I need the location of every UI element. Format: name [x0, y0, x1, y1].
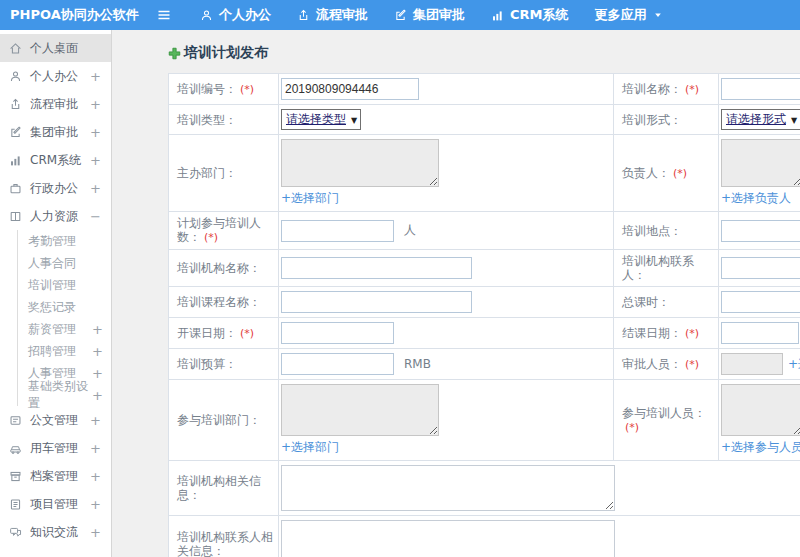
org-name-label: 培训机构名称：	[177, 261, 261, 275]
expand-plus-icon[interactable]: +	[90, 469, 101, 484]
topnav-more-apps[interactable]: 更多应用	[595, 6, 663, 24]
course-name-input[interactable]	[281, 291, 472, 313]
training-no-required-mark: (*)	[240, 83, 254, 96]
sidebar-item-knowledge-exchange[interactable]: 知识交流+	[0, 518, 111, 546]
training-form-select-value: 请选择形式	[726, 112, 786, 126]
budget-input[interactable]	[281, 353, 394, 375]
org-info-label-cell: 培训机构相关信息：	[169, 461, 279, 516]
host-department-textarea[interactable]	[281, 139, 439, 187]
main-content: 培训计划发布 培训编号：(*)培训名称：(*)培训类型：请选择类型▼培训形式：请…	[112, 30, 800, 557]
training-type-label: 培训类型：	[177, 113, 237, 127]
sidebar-item-group-approval[interactable]: 集团审批+	[0, 118, 111, 146]
participants-textarea[interactable]	[721, 384, 800, 436]
sidebar-item-training-mgmt-label: 培训管理	[28, 277, 76, 294]
participants-field-cell: +选择参与人员	[719, 380, 800, 461]
sidebar-item-personnel-contract[interactable]: 人事合同	[18, 252, 111, 274]
sidebar-item-vehicle-mgmt-label: 用车管理	[30, 440, 78, 457]
sidebar-item-project-mgmt[interactable]: 项目管理+	[0, 490, 111, 518]
host-department-picker-link[interactable]: +选择部门	[281, 190, 339, 207]
sidebar-item-archive-mgmt[interactable]: 档案管理+	[0, 462, 111, 490]
sidebar-item-personal-office[interactable]: 个人办公+	[0, 62, 111, 90]
sidebar-item-workflow-approval[interactable]: 流程审批+	[0, 90, 111, 118]
topnav-crm-system[interactable]: CRM系统	[491, 6, 569, 24]
form-row: 开课日期：(*)结课日期：(*)	[169, 318, 800, 349]
org-name-input[interactable]	[281, 257, 472, 279]
end-date-input[interactable]	[721, 322, 799, 344]
expand-plus-icon[interactable]: +	[90, 181, 101, 196]
start-date-input[interactable]	[281, 322, 394, 344]
topnav-personal-office[interactable]: 个人办公	[200, 6, 271, 24]
total-hours-input[interactable]	[721, 291, 800, 313]
expand-plus-icon[interactable]: +	[90, 97, 101, 112]
planned-participants-required-mark: (*)	[204, 231, 218, 244]
org-contact-label: 培训机构联系人：	[622, 254, 694, 282]
sidebar-item-personal-desktop[interactable]: 个人桌面	[0, 34, 111, 62]
approver-label-cell: 审批人员：(*)	[614, 349, 719, 380]
chart-icon	[491, 9, 504, 22]
collapse-minus-icon[interactable]: −	[90, 209, 101, 224]
expand-plus-icon[interactable]: +	[90, 441, 101, 456]
leader-picker-link[interactable]: +选择负责人	[721, 190, 791, 207]
training-name-input[interactable]	[721, 78, 800, 100]
training-location-input[interactable]	[721, 220, 800, 242]
org-info-textarea[interactable]	[281, 465, 615, 511]
host-department-label-cell: 主办部门：	[169, 135, 279, 212]
planned-participants-field: 人	[281, 220, 609, 242]
expand-plus-icon[interactable]: +	[92, 366, 103, 381]
approver-required-mark: (*)	[685, 358, 699, 371]
flow-icon	[297, 9, 310, 22]
caret-icon	[653, 10, 663, 20]
project-icon	[9, 497, 24, 511]
approver-input[interactable]	[721, 353, 783, 375]
expand-plus-icon[interactable]: +	[90, 413, 101, 428]
expand-plus-icon[interactable]: +	[90, 525, 101, 540]
sidebar-item-attendance-mgmt[interactable]: 考勤管理	[18, 230, 111, 252]
sidebar-item-admin-office[interactable]: 行政办公+	[0, 174, 111, 202]
sidebar-item-recruit-mgmt[interactable]: 招聘管理+	[18, 340, 111, 362]
org-name-field	[281, 257, 609, 279]
training-type-label-cell: 培训类型：	[169, 105, 279, 135]
sidebar-item-vehicle-mgmt[interactable]: 用车管理+	[0, 434, 111, 462]
participating-departments-field-cell: +选择部门	[279, 380, 614, 461]
hamburger-menu-icon[interactable]	[156, 7, 174, 23]
leader-required-mark: (*)	[673, 167, 687, 180]
sidebar-item-salary-mgmt[interactable]: 薪资管理+	[18, 318, 111, 340]
expand-plus-icon[interactable]: +	[92, 388, 103, 403]
leader-textarea[interactable]	[721, 139, 800, 187]
participating-departments-textarea[interactable]	[281, 384, 439, 436]
participants-field: +选择参与人员	[721, 384, 800, 456]
course-name-field	[281, 291, 609, 313]
expand-plus-icon[interactable]: +	[90, 497, 101, 512]
topnav-crm-system-label: CRM系统	[510, 6, 569, 24]
topnav-workflow-approval[interactable]: 流程审批	[297, 6, 368, 24]
org-contact-info-textarea[interactable]	[281, 520, 615, 557]
participating-departments-picker-link[interactable]: +选择部门	[281, 439, 339, 456]
expand-plus-icon[interactable]: +	[90, 125, 101, 140]
sidebar-item-training-mgmt[interactable]: 培训管理	[18, 274, 111, 296]
home-icon	[9, 41, 24, 55]
approver-picker-link[interactable]: +选择审批人员	[788, 357, 800, 371]
expand-plus-icon[interactable]: +	[92, 322, 103, 337]
sidebar-item-reward-punishment[interactable]: 奖惩记录	[18, 296, 111, 318]
org-contact-input[interactable]	[721, 257, 800, 279]
participants-picker-link[interactable]: +选择参与人员	[721, 439, 800, 456]
total-hours-label-cell: 总课时：	[614, 287, 719, 318]
planned-participants-input[interactable]	[281, 220, 394, 242]
sidebar-item-human-resources[interactable]: 人力资源−	[0, 202, 111, 230]
expand-plus-icon[interactable]: +	[90, 153, 101, 168]
training-type-select[interactable]: 请选择类型▼	[281, 109, 361, 130]
budget-unit-label: RMB	[404, 357, 431, 371]
training-form-select[interactable]: 请选择形式▼	[721, 109, 800, 130]
end-date-label: 结课日期：	[622, 326, 682, 340]
expand-plus-icon[interactable]: +	[90, 69, 101, 84]
leader-field-cell: +选择负责人	[719, 135, 800, 212]
sidebar-item-crm-system[interactable]: CRM系统+	[0, 146, 111, 174]
course-name-label-cell: 培训课程名称：	[169, 287, 279, 318]
expand-plus-icon[interactable]: +	[92, 344, 103, 359]
sidebar-item-human-resources-label: 人力资源	[30, 208, 78, 225]
topnav-group-approval[interactable]: 集团审批	[394, 6, 465, 24]
sidebar-item-basic-category-settings[interactable]: 基础类别设置+	[18, 384, 111, 406]
car-icon	[9, 441, 24, 455]
training-no-input[interactable]	[281, 78, 419, 100]
add-plus-icon-glyph	[168, 47, 181, 60]
